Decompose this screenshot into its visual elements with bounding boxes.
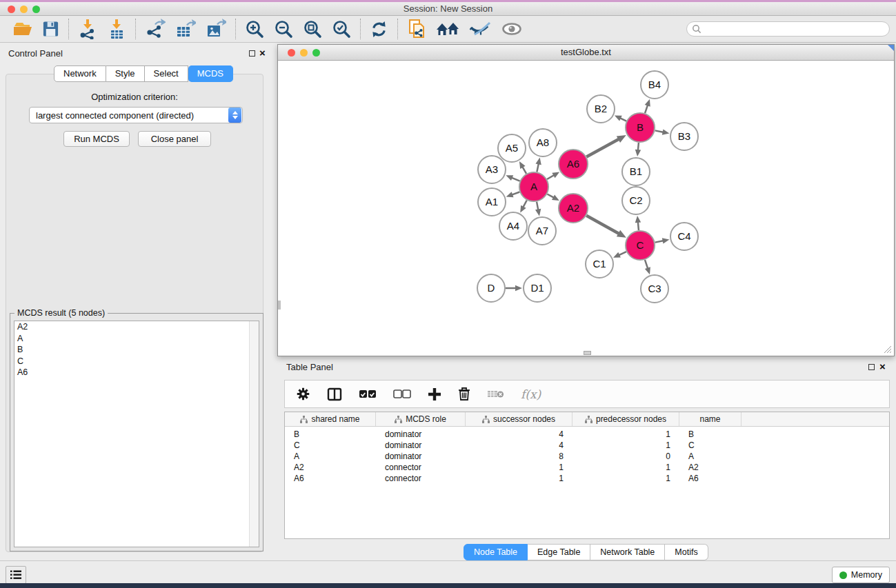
table-cell[interactable]: B <box>285 429 376 440</box>
table-row[interactable]: Cdominator41C <box>285 440 889 451</box>
export-table-button[interactable] <box>170 17 201 41</box>
tab-mcds[interactable]: MCDS <box>188 65 233 82</box>
network-vertical-scrollbar[interactable] <box>278 301 281 310</box>
zoom-in-button[interactable] <box>240 17 269 41</box>
zoom-window-button[interactable] <box>32 6 40 13</box>
tab-motifs[interactable]: Motifs <box>665 544 708 560</box>
table-cell[interactable] <box>741 473 889 484</box>
table-cell[interactable]: dominator <box>376 440 466 451</box>
table-cell[interactable]: A <box>285 451 376 462</box>
run-mcds-button[interactable]: Run MCDS <box>63 131 130 147</box>
import-table-button[interactable] <box>102 17 131 41</box>
resize-grip-icon[interactable] <box>883 345 893 354</box>
graph-edge-B-B4[interactable] <box>645 104 648 113</box>
table-row[interactable]: Adominator80A <box>285 451 889 462</box>
mcds-result-item[interactable]: B <box>14 344 259 356</box>
network-window-titlebar[interactable]: testGlobe.txt <box>278 45 894 61</box>
table-row[interactable]: A6connector11A6 <box>285 473 889 484</box>
table-cell[interactable]: A <box>679 451 741 462</box>
export-image-button[interactable] <box>201 17 231 41</box>
table-cell[interactable] <box>741 440 889 451</box>
mcds-result-item[interactable]: A6 <box>14 367 259 378</box>
column-header-shared-name[interactable]: shared name <box>285 412 376 426</box>
network-horizontal-scrollbar[interactable] <box>584 351 591 355</box>
table-cell[interactable]: A2 <box>679 462 741 473</box>
column-header-name[interactable]: name <box>679 412 741 426</box>
table-cell[interactable]: 1 <box>573 462 679 473</box>
search-field[interactable] <box>686 21 890 37</box>
tab-edge-table[interactable]: Edge Table <box>528 544 590 560</box>
table-cell[interactable]: dominator <box>376 429 466 440</box>
table-cell[interactable]: 1 <box>466 462 573 473</box>
criterion-dropdown[interactable]: largest connected component (directed) <box>29 107 243 123</box>
network-graph[interactable]: AA1A2A3A4A5A6A7A8BB1B2B3B4CC1C2C3C4DD1 <box>278 61 894 356</box>
tab-select[interactable]: Select <box>145 65 188 82</box>
graph-edge-A6-B[interactable] <box>586 139 619 156</box>
table-cell[interactable]: connector <box>376 473 466 484</box>
select-all-rows-button[interactable] <box>359 389 377 399</box>
mcds-result-item[interactable]: C <box>14 356 259 367</box>
search-input[interactable] <box>701 23 889 35</box>
table-row[interactable]: A2connector11A2 <box>285 462 889 473</box>
table-cell[interactable]: 1 <box>466 473 573 484</box>
table-cell[interactable]: 1 <box>573 440 679 451</box>
table-cell[interactable]: 1 <box>573 429 679 440</box>
table-cell[interactable]: A6 <box>679 473 741 484</box>
tab-style[interactable]: Style <box>106 65 145 82</box>
table-cell[interactable]: B <box>679 429 741 440</box>
hide-details-button[interactable] <box>464 17 496 41</box>
table-cell[interactable]: connector <box>376 462 466 473</box>
control-panel-close-icon[interactable]: × <box>259 47 266 59</box>
tab-network[interactable]: Network <box>54 65 106 82</box>
delete-column-button[interactable] <box>458 387 470 401</box>
network-minimize-button[interactable] <box>300 49 308 57</box>
table-row[interactable]: Bdominator41B <box>285 429 889 440</box>
table-cell[interactable]: 4 <box>466 440 573 451</box>
column-header-successor-nodes[interactable]: successor nodes <box>466 412 573 426</box>
network-canvas[interactable]: AA1A2A3A4A5A6A7A8BB1B2B3B4CC1C2C3C4DD1 <box>278 61 894 356</box>
table-cell[interactable]: A6 <box>285 473 376 484</box>
table-body[interactable]: Bdominator41BCdominator41CAdominator80AA… <box>285 427 889 484</box>
export-network-button[interactable] <box>140 17 170 41</box>
table-cell[interactable]: C <box>285 440 376 451</box>
minimize-window-button[interactable] <box>20 6 28 13</box>
memory-button[interactable]: Memory <box>832 567 890 583</box>
table-cell[interactable]: 8 <box>466 451 573 462</box>
graph-edge-A-A3[interactable] <box>511 177 520 181</box>
mcds-result-item[interactable]: A <box>14 333 259 345</box>
close-panel-button[interactable]: Close panel <box>138 131 211 147</box>
graph-edge-C-C3[interactable] <box>645 260 648 270</box>
open-session-button[interactable] <box>8 17 37 41</box>
column-header-mcds-role[interactable]: MCDS role <box>376 412 466 426</box>
table-cell[interactable] <box>741 451 889 462</box>
show-panels-list-button[interactable] <box>6 566 26 584</box>
table-cell[interactable] <box>741 462 889 473</box>
mcds-result-list[interactable]: A2ABCA6 <box>14 321 259 547</box>
zoom-selected-button[interactable] <box>327 17 356 41</box>
table-cell[interactable] <box>741 429 889 440</box>
table-cell[interactable]: 4 <box>466 429 573 440</box>
close-window-button[interactable] <box>8 6 15 13</box>
refresh-layout-button[interactable] <box>365 17 393 41</box>
mcds-result-item[interactable]: A2 <box>14 321 259 333</box>
table-cell[interactable]: 1 <box>573 473 679 484</box>
zoom-fit-button[interactable] <box>298 17 327 41</box>
column-visibility-button[interactable] <box>327 387 342 401</box>
node-table[interactable]: shared name MCDS role successor nodes pr… <box>284 412 890 539</box>
table-panel-float-icon[interactable] <box>868 364 875 370</box>
control-panel-float-icon[interactable] <box>249 50 255 57</box>
zoom-out-button[interactable] <box>269 17 298 41</box>
network-maximize-button[interactable] <box>312 49 320 57</box>
table-panel-close-icon[interactable]: × <box>879 361 886 372</box>
column-header-predecessor-nodes[interactable]: predecessor nodes <box>573 412 679 426</box>
table-cell[interactable]: 0 <box>573 451 679 462</box>
save-session-button[interactable] <box>37 17 64 41</box>
table-settings-button[interactable] <box>296 387 310 401</box>
home-layout-button[interactable] <box>431 17 464 41</box>
table-cell[interactable]: C <box>679 440 741 451</box>
duplicate-network-button[interactable] <box>402 17 431 41</box>
import-network-button[interactable] <box>73 17 102 41</box>
table-cell[interactable]: A2 <box>285 462 376 473</box>
tab-network-table[interactable]: Network Table <box>590 544 665 560</box>
function-builder-icon[interactable]: f(x) <box>521 387 541 401</box>
